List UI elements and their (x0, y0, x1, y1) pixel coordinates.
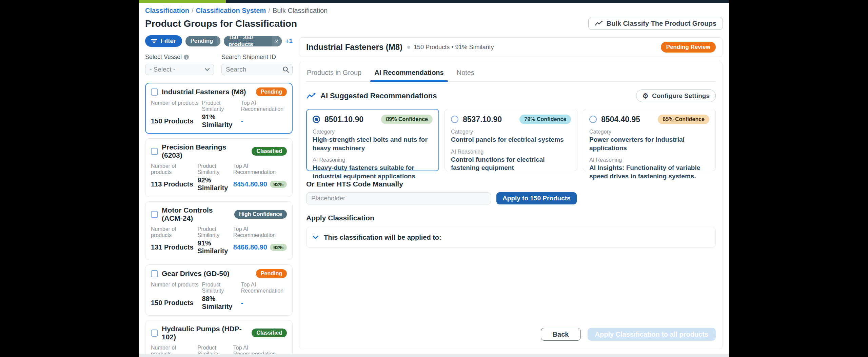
top-ai-hts-link[interactable]: 8466.80.90 (233, 243, 267, 251)
ai-reasoning-value: Control functions for electrical fasteni… (451, 156, 571, 172)
top-ai-confidence-pill: 92% (270, 244, 287, 251)
product-group-card[interactable]: Industrial Fasteners (M8) Pending Number… (145, 83, 293, 134)
apply-targets-expander[interactable]: This classification will be applied to: (306, 227, 716, 248)
breadcrumb-classification-system[interactable]: Classification System (196, 7, 266, 14)
status-badge: High Confidence (234, 210, 287, 219)
product-group-card[interactable]: Gear Drives (GD-50) Pending Number of pr… (145, 264, 293, 316)
filter-chip: Pending × (185, 36, 220, 46)
recommendation-radio[interactable] (313, 116, 320, 123)
products-count-value: 150 Products (151, 113, 202, 129)
ai-reasoning-label: AI Reasoning (589, 157, 709, 163)
manual-hts-title: Or Enter HTS Code Manually (306, 180, 716, 188)
similarity-value: 91% Similarity (197, 239, 233, 255)
group-name: Motor Controls (ACM-24) (162, 206, 231, 222)
hts-code: 8537.10.90 (463, 115, 515, 124)
similarity-value: 88% Similarity (202, 295, 241, 311)
group-name: Industrial Fasteners (M8) (162, 88, 252, 96)
category-value: Control panels for electrical systems (451, 136, 571, 144)
shipment-search (221, 64, 293, 75)
confidence-pill: 65% Confidence (658, 115, 709, 124)
group-checkbox[interactable] (151, 148, 158, 155)
gear-icon: ⚙ (642, 92, 649, 100)
filter-button[interactable]: Filter (145, 35, 182, 47)
ai-reasoning-label: AI Reasoning (313, 157, 433, 163)
field-row: - Select - (145, 64, 293, 75)
group-checkbox[interactable] (151, 330, 158, 337)
detail-footer: Back Apply Classification to all product… (541, 328, 716, 341)
status-badge: Pending (256, 87, 287, 96)
top-ai-label: Top AI Recommendation (241, 100, 287, 112)
products-count-label: Number of products (151, 226, 197, 238)
top-bar (139, 0, 729, 3)
breadcrumb-separator: / (268, 7, 270, 14)
similarity-label: Product Similarity (197, 163, 233, 175)
category-label: Category (313, 129, 433, 135)
recommendation-radio[interactable] (589, 116, 597, 123)
product-group-list: Industrial Fasteners (M8) Pending Number… (145, 83, 293, 357)
products-count-value: 150 Products (151, 295, 202, 311)
group-checkbox[interactable] (151, 88, 158, 96)
status-badge: Classified (252, 147, 287, 156)
category-label: Category (451, 129, 571, 135)
product-group-card[interactable]: Hydraulic Pumps (HDP-102) Classified Num… (145, 320, 293, 357)
shipment-search-input[interactable] (221, 64, 293, 75)
apply-classification-title: Apply Classification (306, 214, 716, 222)
similarity-value: 92% Similarity (197, 176, 233, 192)
apply-targets-label: This classification will be applied to: (324, 234, 441, 241)
tab[interactable]: Products in Group (307, 69, 361, 81)
breadcrumb-classification[interactable]: Classification (145, 7, 189, 14)
breadcrumb-separator: / (192, 7, 194, 14)
top-ai-confidence-pill: 92% (270, 181, 287, 188)
detail-card: Products in Group AI Recommendations Not… (299, 62, 723, 349)
top-ai-hts-link[interactable]: - (241, 117, 243, 125)
category-value: Power converters for industrial applicat… (589, 136, 709, 152)
manual-hts-row: Apply to 150 Products (306, 192, 716, 204)
app-window: Classification/Classification System/Bul… (139, 0, 729, 357)
apply-to-products-button[interactable]: Apply to 150 Products (496, 192, 577, 204)
tab[interactable]: AI Recommendations (374, 69, 443, 81)
configure-settings-label: Configure Settings (652, 92, 710, 100)
hts-code: 8504.40.95 (601, 115, 653, 124)
apply-all-button[interactable]: Apply Classification to all products (588, 328, 716, 341)
recommendation-card[interactable]: 8504.40.95 65% Confidence Category Power… (583, 109, 716, 171)
top-ai-hts-link[interactable]: 8454.80.90 (233, 180, 267, 188)
product-group-card[interactable]: Motor Controls (ACM-24) High Confidence … (145, 201, 293, 260)
product-group-card[interactable]: Precision Bearings (6203) Classified Num… (145, 138, 293, 197)
chip-close-icon[interactable]: × (272, 36, 282, 46)
detail-meta: 150 Products • 91% Similarity (414, 44, 494, 51)
configure-settings-button[interactable]: ⚙ Configure Settings (636, 90, 716, 102)
info-icon: i (184, 55, 189, 60)
group-checkbox[interactable] (151, 270, 158, 277)
chevron-down-icon (313, 236, 318, 239)
meta-dot-icon (407, 46, 410, 49)
recommendation-card[interactable]: 8501.10.90 89% Confidence Category High-… (306, 109, 439, 171)
chip-close-icon[interactable]: × (217, 36, 220, 46)
hts-code-input[interactable] (306, 192, 491, 204)
breadcrumb: Classification/Classification System/Bul… (145, 7, 328, 15)
top-ai-label: Top AI Recommendation (233, 226, 287, 238)
group-checkbox[interactable] (151, 211, 158, 218)
tab[interactable]: Notes (457, 69, 474, 81)
top-ai-label: Top AI Recommendation (241, 282, 287, 294)
products-count-label: Number of products (151, 282, 202, 294)
trend-sparkle-icon (595, 20, 603, 27)
bulk-classify-label: Bulk Classify The Product Groups (606, 20, 716, 27)
similarity-label: Product Similarity (202, 100, 241, 112)
products-count-value: 113 Products (151, 176, 197, 192)
bulk-classify-button[interactable]: Bulk Classify The Product Groups (588, 17, 723, 30)
detail-title: Industrial Fasteners (M8) (306, 42, 402, 52)
ai-reasoning-value: Heavy-duty fasteners suitable for indust… (313, 164, 433, 180)
detail-header-card: Industrial Fasteners (M8) 150 Products •… (299, 37, 723, 57)
vessel-select[interactable]: - Select - (145, 64, 214, 75)
more-filters-chip[interactable]: +1 (285, 37, 293, 45)
back-button[interactable]: Back (541, 328, 581, 341)
select-vessel-label: Select Vessel (145, 54, 182, 61)
page-title: Product Groups for Classification (145, 18, 297, 29)
progress-bar (139, 0, 226, 3)
top-ai-hts-link[interactable]: - (241, 299, 243, 307)
recommendation-radio[interactable] (451, 116, 458, 123)
recommendation-card[interactable]: 8537.10.90 79% Confidence Category Contr… (445, 109, 577, 171)
ai-section-header: AI Suggested Recommendations ⚙ Configure… (306, 90, 716, 102)
filter-label: Filter (160, 37, 176, 45)
chevron-down-icon (205, 68, 210, 71)
